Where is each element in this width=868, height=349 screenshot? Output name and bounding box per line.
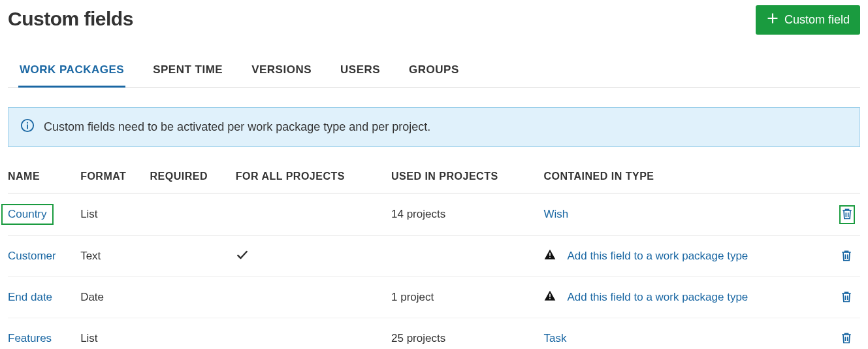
delete-button[interactable]	[838, 246, 855, 265]
field-for-all	[236, 318, 391, 350]
field-required	[150, 277, 236, 318]
field-contained-in: Add this field to a work package type	[543, 236, 829, 277]
field-used-in	[391, 236, 543, 277]
svg-rect-8	[550, 256, 551, 258]
col-for-all: FOR ALL PROJECTS	[236, 164, 391, 193]
field-used-in: 1 project	[391, 277, 543, 318]
trash-icon	[840, 248, 853, 265]
info-banner-text: Custom fields need to be activated per w…	[44, 120, 430, 134]
tab-work-packages[interactable]: WORK PACKAGES	[18, 57, 125, 88]
info-banner: Custom fields need to be activated per w…	[8, 107, 860, 147]
warning-icon	[543, 290, 556, 306]
field-for-all	[236, 193, 391, 236]
col-used-in: USED IN PROJECTS	[391, 164, 543, 193]
field-format: List	[80, 318, 150, 350]
add-to-type-link[interactable]: Add this field to a work package type	[567, 291, 748, 304]
table-row: CustomerTextAdd this field to a work pac…	[8, 236, 860, 277]
page-title: Custom fields	[8, 8, 133, 30]
check-icon	[236, 252, 249, 264]
col-required: REQUIRED	[150, 164, 236, 193]
trash-icon	[841, 207, 854, 223]
col-format: FORMAT	[80, 164, 150, 193]
svg-rect-7	[550, 252, 551, 256]
warning-icon	[543, 248, 556, 265]
tabs: WORK PACKAGESSPENT TIMEVERSIONSUSERSGROU…	[8, 56, 860, 88]
delete-button[interactable]	[838, 329, 855, 348]
create-custom-field-button[interactable]: Custom field	[756, 5, 860, 35]
field-required	[150, 318, 236, 350]
table-row: CountryList14 projectsWish	[8, 193, 860, 236]
highlight-box: Country	[1, 204, 54, 225]
delete-button[interactable]	[839, 205, 855, 224]
tab-users[interactable]: USERS	[339, 57, 381, 88]
tab-versions[interactable]: VERSIONS	[250, 57, 313, 88]
delete-button[interactable]	[838, 288, 855, 307]
info-icon	[20, 118, 35, 136]
field-required	[150, 236, 236, 277]
field-used-in: 14 projects	[391, 193, 543, 236]
add-to-type-link[interactable]: Add this field to a work package type	[567, 250, 748, 263]
plus-icon	[766, 12, 779, 28]
field-format: Date	[80, 277, 150, 318]
trash-icon	[840, 331, 853, 347]
field-for-all	[236, 277, 391, 318]
col-actions	[829, 164, 860, 193]
custom-fields-table: NAME FORMAT REQUIRED FOR ALL PROJECTS US…	[8, 164, 860, 349]
field-required	[150, 193, 236, 236]
field-contained-in: Add this field to a work package type	[543, 277, 829, 318]
field-contained-in: Wish	[543, 193, 829, 236]
field-name-link[interactable]: End date	[8, 291, 52, 303]
type-link[interactable]: Wish	[543, 208, 568, 220]
field-name-link[interactable]: Features	[8, 332, 52, 344]
table-row: FeaturesList25 projectsTask	[8, 318, 860, 350]
col-name: NAME	[8, 164, 80, 193]
table-row: End dateDate1 projectAdd this field to a…	[8, 277, 860, 318]
svg-rect-12	[550, 297, 551, 299]
field-format: Text	[80, 236, 150, 277]
create-custom-field-label: Custom field	[784, 13, 850, 27]
svg-point-4	[27, 122, 28, 124]
col-contained-in: CONTAINED IN TYPE	[543, 164, 829, 193]
trash-icon	[840, 290, 853, 306]
field-for-all	[236, 236, 391, 277]
field-contained-in: Task	[543, 318, 829, 350]
field-name-link[interactable]: Country	[8, 208, 47, 220]
field-format: List	[80, 193, 150, 236]
tab-spent-time[interactable]: SPENT TIME	[152, 57, 224, 88]
field-name-link[interactable]: Customer	[8, 250, 56, 262]
svg-rect-11	[550, 293, 551, 297]
field-used-in: 25 projects	[391, 318, 543, 350]
tab-groups[interactable]: GROUPS	[408, 57, 460, 88]
type-link[interactable]: Task	[543, 332, 566, 344]
